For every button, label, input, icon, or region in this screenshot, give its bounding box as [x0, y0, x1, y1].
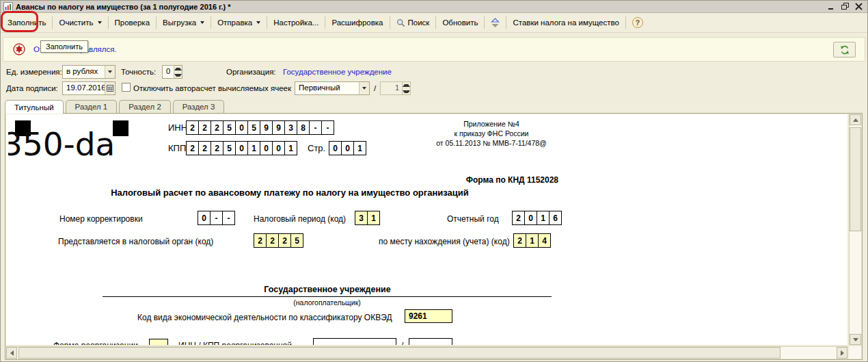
report-kind-dropdown-button[interactable] — [359, 82, 369, 94]
inn-cell[interactable]: 9 — [260, 120, 273, 135]
toolbar-separator — [267, 16, 267, 29]
property-tax-rates-button[interactable]: Ставки налога на имущество — [508, 16, 623, 29]
correction-cell[interactable]: - — [210, 211, 223, 225]
inn-cell[interactable]: 2 — [186, 120, 199, 135]
page-cell[interactable]: 0 — [329, 141, 342, 155]
horizontal-scroll-thumb[interactable] — [18, 347, 781, 359]
tab-bar: Титульный Раздел 1 Раздел 2 Раздел 3 — [5, 99, 867, 113]
barcode-text: 350-da — [8, 125, 115, 163]
inn-cell[interactable]: 2 — [211, 120, 223, 135]
tab-title-page[interactable]: Титульный — [5, 100, 64, 114]
clear-button[interactable]: Очистить — [54, 16, 106, 29]
location-code-cell[interactable]: 1 — [526, 233, 539, 248]
vertical-scroll-thumb[interactable] — [850, 127, 861, 231]
kpp-cell[interactable]: 5 — [223, 141, 236, 155]
report-year-cell[interactable]: 0 — [524, 211, 537, 225]
refresh-form-button[interactable]: Обновить — [437, 16, 483, 29]
spin-up-button[interactable] — [174, 66, 182, 72]
page-cell[interactable]: 0 — [341, 141, 354, 155]
tax-authority-cell[interactable]: 5 — [290, 233, 303, 248]
kpp-cell[interactable]: 0 — [235, 141, 248, 155]
correction-cell[interactable]: - — [222, 211, 235, 225]
horizontal-scrollbar[interactable] — [6, 346, 847, 359]
inn-cell[interactable]: - — [309, 120, 322, 135]
decode-button[interactable]: Расшифровка — [327, 16, 388, 29]
kpp-cell[interactable]: 2 — [211, 141, 223, 155]
kpp-cell[interactable]: 1 — [247, 141, 260, 155]
horizontal-scroll-track[interactable] — [17, 347, 837, 359]
spin-up-button[interactable] — [403, 82, 410, 88]
restore-button[interactable] — [839, 2, 851, 12]
calendar-button[interactable] — [105, 82, 115, 94]
chevron-down-icon — [256, 21, 260, 24]
tax-period-cell[interactable]: 3 — [355, 211, 368, 225]
okved-label: Код вида экономической деятельности по к… — [137, 313, 392, 322]
unit-combobox[interactable]: в рублях — [62, 65, 116, 79]
arrow-down-icon — [853, 338, 858, 341]
close-button[interactable] — [853, 2, 865, 12]
refresh-status-button[interactable] — [833, 42, 856, 57]
tab-section-2[interactable]: Раздел 2 — [119, 100, 171, 113]
scroll-left-button[interactable] — [6, 347, 17, 359]
settings-button[interactable]: Настройка... — [269, 16, 323, 29]
kpp-cell[interactable]: 0 — [272, 141, 285, 155]
collapse-header-button[interactable] — [486, 15, 504, 31]
report-kind-combobox[interactable]: Первичный — [295, 81, 370, 95]
unit-dropdown-button[interactable] — [105, 66, 115, 78]
tax-authority-cell[interactable]: 2 — [278, 233, 291, 248]
organization-link[interactable]: Государственное учреждение — [283, 68, 392, 76]
inn-cell[interactable]: 5 — [247, 120, 260, 135]
inn-cell[interactable]: 2 — [198, 120, 211, 135]
refresh-form-button-label: Обновить — [442, 18, 478, 27]
report-year-cell[interactable]: 6 — [549, 211, 562, 225]
export-button-label: Выгрузка — [163, 18, 196, 27]
tax-authority-cell[interactable]: 2 — [266, 233, 279, 248]
scroll-down-button[interactable] — [850, 334, 861, 345]
page-cell[interactable]: 1 — [353, 141, 366, 155]
search-button[interactable]: Поиск — [392, 16, 435, 30]
reorg-inn-field[interactable] — [313, 338, 396, 345]
help-button[interactable]: ? — [627, 14, 648, 31]
location-code-cell[interactable]: 4 — [538, 233, 551, 248]
report-year-cell[interactable]: 1 — [537, 211, 550, 225]
kpp-cell[interactable]: 0 — [260, 141, 273, 155]
precision-stepper[interactable]: 0 — [162, 65, 182, 79]
report-year-cell[interactable]: 2 — [512, 211, 525, 225]
reorg-form-field[interactable] — [149, 339, 168, 345]
send-button[interactable]: Отправка — [213, 16, 265, 29]
correction-cell[interactable]: 0 — [198, 211, 211, 225]
vertical-scroll-track[interactable] — [850, 125, 861, 334]
fill-button[interactable]: Заполнить — [3, 16, 51, 29]
tab-section-3[interactable]: Раздел 3 — [173, 100, 225, 113]
tax-authority-cell[interactable]: 2 — [254, 233, 267, 248]
inn-cell[interactable]: 9 — [272, 120, 285, 135]
okved-field[interactable]: 9261 — [405, 309, 452, 323]
tax-period-cell[interactable]: 1 — [367, 211, 380, 225]
kpp-cell[interactable]: 2 — [198, 141, 211, 155]
reorg-inn-kpp-label: ИНН / КПП реорганизованной — [178, 341, 292, 345]
kpp-cell[interactable]: 2 — [186, 141, 199, 155]
knd-form-code: Форма по КНД 1152028 — [348, 175, 558, 185]
inn-cell[interactable]: 0 — [235, 120, 248, 135]
tab-section-1[interactable]: Раздел 1 — [66, 100, 118, 113]
export-button[interactable]: Выгрузка — [158, 16, 209, 29]
inn-cell[interactable]: 3 — [284, 120, 297, 135]
kpp-cell[interactable]: 1 — [284, 141, 297, 155]
inn-cell[interactable]: 5 — [223, 120, 236, 135]
correction-number-stepper[interactable]: 1 — [380, 81, 411, 95]
location-code-cell[interactable]: 2 — [513, 233, 526, 248]
vertical-scrollbar[interactable] — [849, 114, 861, 345]
scroll-up-button[interactable] — [850, 114, 861, 125]
minimize-button[interactable] — [826, 2, 837, 12]
spin-down-button[interactable] — [174, 72, 182, 78]
spin-down-button[interactable] — [403, 88, 410, 94]
barcode-anchor-square — [113, 120, 128, 136]
scroll-right-button[interactable] — [837, 347, 847, 359]
inn-cell[interactable]: - — [321, 120, 334, 135]
check-button[interactable]: Проверка — [110, 16, 155, 29]
disable-autocalc-checkbox[interactable] — [122, 83, 131, 92]
inn-cell[interactable]: 8 — [297, 120, 310, 135]
taxpayer-name[interactable]: Государственное учреждение — [102, 285, 553, 294]
reorg-kpp-field[interactable] — [409, 338, 452, 345]
sign-date-field[interactable]: 19.07.2016 — [62, 81, 116, 95]
